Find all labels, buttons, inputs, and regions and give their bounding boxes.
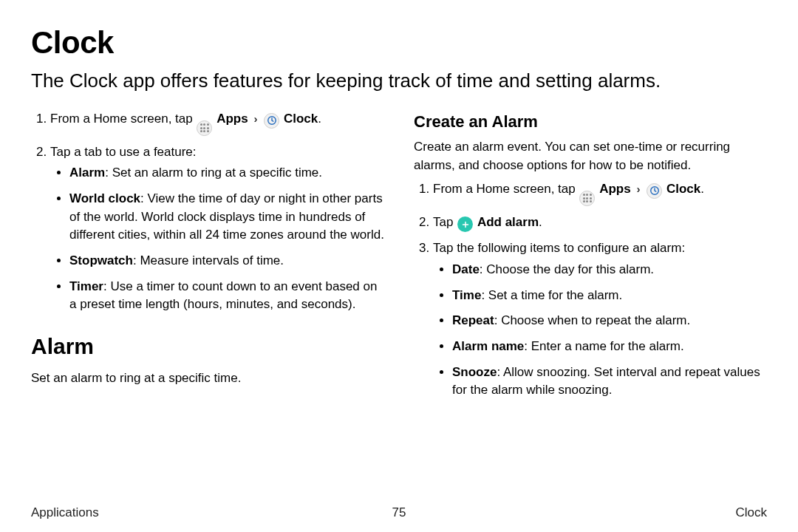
bullet-repeat-text: : Choose when to repeat the alarm. [494,313,691,327]
right-column: Create an Alarm Create an alarm event. Y… [414,110,767,407]
create-alarm-desc: Create an alarm event. You can set one-t… [414,138,767,174]
bullet-time-text: : Set a time for the alarm. [481,288,622,302]
apps-icon [197,120,212,136]
feature-steps: From a Home screen, tap Apps › Clock. Ta… [31,110,384,314]
chevron-icon: › [636,183,640,195]
apps-icon [579,191,595,206]
two-column-layout: From a Home screen, tap Apps › Clock. Ta… [31,110,767,407]
bullet-alarm: Alarm: Set an alarm to ring at a specifi… [69,164,384,183]
alarm-section-desc: Set an alarm to ring at a specific time. [31,369,384,388]
page-intro: The Clock app offers features for keepin… [31,69,767,92]
bullet-alarm-label: Alarm [69,166,105,180]
bullet-timer: Timer: Use a timer to count down to an e… [69,278,384,314]
alarm-section-title: Alarm [31,330,384,363]
step-2: Tap a tab to use a feature: Alarm: Set a… [50,143,384,314]
bullet-stopwatch: Stopwatch: Measure intervals of time. [69,252,384,270]
create-step-1-text: From a Home screen, tap [433,182,579,196]
page-title: Clock [31,25,767,61]
bullet-stopwatch-label: Stopwatch [69,253,133,267]
bullet-time: Time: Set a time for the alarm. [452,287,767,305]
step-1-text: From a Home screen, tap [50,112,196,126]
clock-icon [647,183,662,199]
create-step-3-text: Tap the following items to configure an … [433,241,685,255]
bullet-name-text: : Enter a name for the alarm. [524,339,683,353]
create-step-2: Tap Add alarm. [433,214,767,233]
period: . [318,112,321,126]
clock-icon [264,113,279,129]
footer-right: Clock [735,505,767,520]
bullet-worldclock: World clock: View the time of day or nig… [69,190,384,245]
create-step-3: Tap the following items to configure an … [433,239,767,399]
bullet-time-label: Time [452,288,481,302]
bullet-repeat: Repeat: Choose when to repeat the alarm. [452,312,767,330]
apps-label: Apps [599,182,631,196]
page-footer: Applications 75 Clock [31,505,767,520]
add-icon [457,216,473,232]
bullet-date-label: Date [452,262,480,276]
bullet-repeat-label: Repeat [452,313,494,327]
bullet-stopwatch-text: : Measure intervals of time. [133,253,284,267]
apps-label: Apps [216,112,248,126]
chevron-icon: › [253,112,257,125]
step-1: From a Home screen, tap Apps › Clock. [50,110,384,136]
bullet-timer-label: Timer [69,279,103,293]
bullet-alarm-text: : Set an alarm to ring at a specific tim… [105,166,322,180]
create-alarm-steps: From a Home screen, tap Apps › Clock. Ta… [414,180,767,399]
clock-label: Clock [284,112,318,126]
clock-label: Clock [666,182,700,196]
period: . [700,182,704,196]
manual-page: Clock The Clock app offers features for … [0,0,798,532]
create-step-1: From a Home screen, tap Apps › Clock. [433,180,767,206]
create-alarm-title: Create an Alarm [414,110,767,134]
period: . [539,215,542,229]
bullet-name: Alarm name: Enter a name for the alarm. [452,338,767,356]
footer-page-number: 75 [392,505,406,520]
left-column: From a Home screen, tap Apps › Clock. Ta… [31,110,384,407]
step-2-text: Tap a tab to use a feature: [50,145,197,159]
config-bullets: Date: Choose the day for this alarm. Tim… [433,261,767,400]
bullet-timer-text: : Use a timer to count down to an event … [69,279,377,312]
bullet-date: Date: Choose the day for this alarm. [452,261,767,279]
feature-bullets: Alarm: Set an alarm to ring at a specifi… [50,164,384,313]
bullet-snooze-text: : Allow snoozing. Set interval and repea… [452,365,760,398]
bullet-snooze-label: Snooze [452,365,497,379]
create-step-2-prefix: Tap [433,215,457,229]
bullet-date-text: : Choose the day for this alarm. [480,262,654,276]
bullet-name-label: Alarm name [452,339,524,353]
bullet-worldclock-label: World clock [69,191,140,205]
bullet-snooze: Snooze: Allow snoozing. Set interval and… [452,364,767,400]
add-alarm-label: Add alarm [477,215,539,229]
footer-left: Applications [31,505,99,520]
